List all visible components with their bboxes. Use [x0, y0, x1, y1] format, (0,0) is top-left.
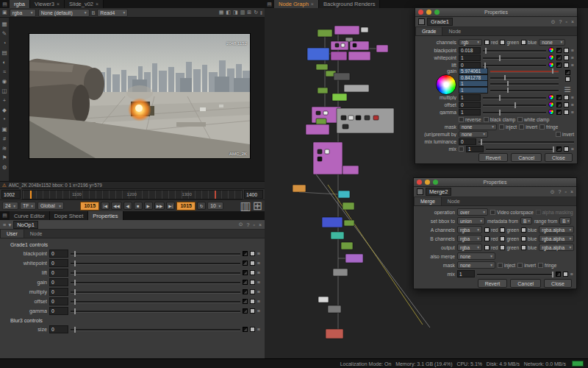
graph-node[interactable]: [356, 116, 361, 120]
reverse-checkbox-box[interactable]: [459, 117, 464, 122]
playhead[interactable]: [30, 191, 32, 199]
node-color-swatch[interactable]: [418, 18, 425, 25]
graph-node[interactable]: [341, 43, 345, 47]
cancel-button[interactable]: Cancel: [511, 153, 542, 162]
slider-handle[interactable]: [74, 299, 76, 305]
slider-handle[interactable]: [74, 270, 76, 276]
enable-checkbox[interactable]: [250, 308, 255, 314]
green-checkbox[interactable]: green: [500, 236, 519, 241]
tab-node[interactable]: Node: [442, 197, 466, 205]
slider-handle[interactable]: [481, 139, 482, 145]
range-start-field[interactable]: 1002: [1, 190, 21, 199]
animation-menu-icon[interactable]: ≡: [257, 326, 260, 333]
fps-dropdown[interactable]: 24▾: [2, 202, 18, 210]
layer-dropdown[interactable]: rgba▾: [457, 226, 482, 233]
graph-node[interactable]: [318, 297, 329, 302]
color-swatch[interactable]: [243, 308, 248, 314]
graph-node[interactable]: [318, 149, 322, 154]
green-checkbox-box[interactable]: [500, 40, 505, 45]
blue-checkbox-box[interactable]: [521, 245, 526, 250]
bbox-dropdown[interactable]: union▾: [457, 217, 485, 224]
enable-checkbox[interactable]: [563, 272, 568, 277]
knob-value[interactable]: 0: [459, 62, 481, 68]
viewer-pane-tab[interactable]: Slide_v02×: [65, 0, 104, 8]
graph-node[interactable]: [343, 202, 354, 210]
also-merge-dropdown[interactable]: none▾: [457, 252, 495, 260]
enable-checkbox[interactable]: [564, 63, 569, 68]
color-swatch[interactable]: [556, 48, 562, 53]
graph-node[interactable]: [328, 305, 341, 313]
toolbar-toolsets-icon[interactable]: ⚑: [0, 153, 9, 163]
toolbar-channel-icon[interactable]: ▤: [0, 48, 9, 57]
premult-dropdown[interactable]: none▾: [459, 131, 488, 138]
knob-value[interactable]: 0: [49, 307, 68, 315]
blue-checkbox[interactable]: blue: [521, 245, 537, 250]
help-icon[interactable]: ?: [559, 19, 562, 24]
black-clamp-checkbox-box[interactable]: [484, 117, 489, 122]
video-colorspace-checkbox-box[interactable]: [490, 210, 495, 215]
color-wheel-icon[interactable]: [548, 102, 554, 107]
color-swatch[interactable]: [556, 146, 562, 152]
color-wheel-icon[interactable]: [548, 54, 554, 60]
prev-keyframe-button[interactable]: ◀◀: [111, 202, 121, 210]
animation-menu-icon[interactable]: ≡: [257, 269, 260, 276]
viewer-proxy-icon[interactable]: ⊞: [247, 10, 251, 15]
knob-slider[interactable]: [71, 278, 240, 286]
color-swatch[interactable]: [243, 327, 248, 332]
viewer-split-icon[interactable]: ◨: [233, 10, 238, 15]
red-checkbox[interactable]: red: [484, 245, 498, 250]
tab-curve-editor[interactable]: Curve Editor: [10, 211, 50, 220]
green-checkbox-box[interactable]: [500, 236, 505, 241]
float-icon[interactable]: ▫: [564, 189, 566, 194]
enable-checkbox[interactable]: [564, 102, 569, 107]
enable-checkbox[interactable]: [250, 280, 255, 285]
red-checkbox-box[interactable]: [484, 227, 490, 233]
knob-value[interactable]: 0: [49, 250, 68, 258]
range-end-field[interactable]: 1400: [244, 190, 263, 199]
color-wheel-icon[interactable]: [548, 47, 554, 53]
color-swatch[interactable]: [556, 102, 562, 107]
blue-checkbox-box[interactable]: [521, 227, 526, 233]
blue-checkbox[interactable]: blue: [521, 227, 537, 233]
green-checkbox[interactable]: green: [500, 227, 519, 233]
knob-value[interactable]: 0: [49, 288, 68, 296]
mask-inject-checkbox[interactable]: inject: [498, 263, 515, 268]
blue-checkbox[interactable]: blue: [521, 40, 537, 45]
node-color-swatch[interactable]: [417, 188, 423, 195]
enable-checkbox[interactable]: [250, 261, 255, 266]
slider-handle[interactable]: [514, 102, 516, 108]
tab-grade[interactable]: Grade: [415, 27, 442, 35]
graph-node[interactable]: [316, 111, 320, 115]
graph-node[interactable]: [331, 41, 348, 50]
animation-menu-icon[interactable]: ≡: [571, 146, 574, 152]
mask-invert-checkbox-box[interactable]: [519, 124, 524, 130]
graph-node[interactable]: [325, 149, 329, 154]
node-name-field[interactable]: NoOp1: [13, 221, 38, 229]
graph-node[interactable]: [338, 191, 350, 198]
knob-value[interactable]: 1: [459, 94, 481, 101]
graph-node[interactable]: [318, 157, 322, 161]
animation-menu-icon[interactable]: ≡: [571, 102, 574, 107]
knob-slider[interactable]: [490, 75, 559, 80]
knob-value[interactable]: 0: [49, 325, 68, 333]
graph-node[interactable]: [322, 217, 343, 227]
slider-handle[interactable]: [553, 146, 554, 152]
slider-handle[interactable]: [74, 251, 76, 257]
slider-handle[interactable]: [499, 110, 501, 116]
knob-value[interactable]: 0: [49, 297, 68, 305]
mask-fringe-checkbox-box[interactable]: [539, 124, 545, 130]
graph-node[interactable]: [343, 166, 359, 174]
mix-mask-checkbox[interactable]: [459, 146, 464, 152]
knob-slider[interactable]: [490, 81, 559, 86]
color-swatch[interactable]: [243, 270, 248, 275]
enable-checkbox[interactable]: [250, 270, 255, 275]
pane-menu-icon[interactable]: ▤: [0, 0, 10, 8]
mask-fringe-checkbox[interactable]: fringe: [538, 263, 556, 268]
graph-node[interactable]: [348, 52, 370, 60]
knob-value[interactable]: 0: [49, 278, 68, 286]
mask-inject-checkbox-box[interactable]: [499, 124, 504, 130]
viewer-process-dropdown[interactable]: None (default)▾: [38, 9, 90, 17]
knob-value[interactable]: 1: [459, 54, 481, 61]
graph-node[interactable]: [344, 85, 369, 92]
red-checkbox[interactable]: red: [484, 40, 498, 45]
